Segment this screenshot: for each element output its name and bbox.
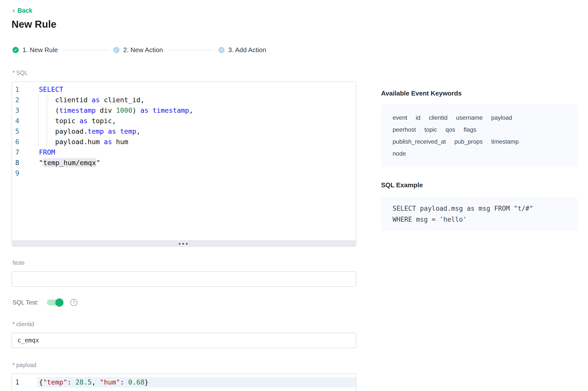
code-line[interactable]: 4 topic as topic, [12, 116, 356, 126]
line-number: 4 [12, 116, 37, 126]
drag-dots-icon: ••• [178, 243, 189, 245]
sql-editor[interactable]: 1SELECT2 clientid as client_id,3 (timest… [11, 81, 356, 241]
event-keyword: topic [424, 126, 437, 133]
event-keyword: id [416, 114, 421, 121]
event-keywords-box: eventidclientidusernamepayloadpeerhostto… [381, 104, 578, 167]
back-label: Back [17, 7, 32, 14]
sql-field-label: *SQL [12, 69, 588, 76]
code-line[interactable]: 6 payload.hum as hum [12, 137, 356, 147]
sql-test-row: SQL Test: ? [12, 298, 588, 307]
step-label: 3. Add Action [228, 46, 266, 54]
required-star: * [12, 321, 15, 327]
keyword-row: eventidclientidusernamepayload [393, 112, 578, 124]
event-keyword: payload [491, 114, 512, 121]
required-star: * [12, 70, 15, 76]
code-line[interactable]: 5 payload.temp as temp, [12, 126, 356, 137]
line-number: 6 [12, 137, 37, 147]
code-text: FROM [37, 147, 356, 158]
clientid-field-label: *clientid [12, 321, 588, 328]
event-keyword: event [393, 114, 407, 121]
payload-editor[interactable]: 1{"temp": 28.5, "hum": 0.68} [11, 374, 356, 391]
step-indicator: ✓ 1. New Rule ✓ 2. New Action ✓ 3. Add A… [12, 46, 588, 54]
editor-resize-handle[interactable]: ••• [11, 241, 356, 247]
event-keyword: node [393, 150, 406, 157]
code-line[interactable]: 1{"temp": 28.5, "hum": 0.68} [12, 377, 356, 388]
event-keyword: timestamp [491, 138, 519, 145]
keyword-row: node [393, 148, 578, 160]
note-field-label: Note [12, 259, 588, 266]
line-number: 9 [12, 168, 37, 179]
code-text: "temp_hum/emqx" [37, 158, 356, 168]
line-number: 1 [12, 377, 37, 388]
payload-field-label: *payload [12, 362, 588, 369]
check-circle-icon: ✓ [113, 47, 120, 53]
event-keyword: peerhost [393, 126, 416, 133]
toggle-knob [55, 298, 63, 306]
check-circle-icon: ✓ [12, 47, 19, 53]
note-input[interactable] [11, 271, 356, 287]
sidebar-help-panel: Available Event Keywords eventidclientid… [381, 89, 578, 231]
step-add-action[interactable]: ✓ 3. Add Action [218, 46, 266, 54]
keyword-row: publish_received_atpub_propstimestamp [393, 136, 578, 148]
line-number: 7 [12, 147, 37, 158]
chevron-left-icon: ‹ [12, 7, 15, 13]
step-new-action[interactable]: ✓ 2. New Action [113, 46, 163, 54]
code-text [37, 168, 356, 179]
code-line[interactable]: 7FROM [12, 147, 356, 158]
step-label: 1. New Rule [22, 46, 58, 54]
event-keyword: qos [445, 126, 455, 133]
keywords-panel-title: Available Event Keywords [381, 89, 578, 97]
keyword-row: peerhosttopicqosflags [393, 124, 578, 136]
code-text: payload.hum as hum [37, 137, 356, 147]
code-line[interactable]: 2 clientid as client_id, [12, 95, 356, 105]
sql-example-line: WHERE msg = 'hello' [393, 214, 571, 225]
line-number: 8 [12, 158, 37, 168]
code-text: payload.temp as temp, [37, 126, 356, 137]
sql-test-toggle[interactable] [47, 299, 63, 305]
indent-guide [38, 95, 39, 147]
required-star: * [12, 362, 15, 368]
code-text: {"temp": 28.5, "hum": 0.68} [37, 377, 356, 388]
step-connector [168, 50, 213, 50]
event-keyword: username [456, 114, 483, 121]
step-new-rule[interactable]: ✓ 1. New Rule [12, 46, 58, 54]
event-keyword: publish_received_at [393, 138, 446, 145]
event-keyword: flags [464, 126, 476, 133]
step-label: 2. New Action [123, 46, 163, 54]
sql-example-box: SELECT payload.msg as msg FROM "t/#" WHE… [381, 197, 578, 231]
line-number: 2 [12, 95, 37, 105]
code-line[interactable]: 9 [12, 168, 356, 179]
line-number: 1 [12, 84, 37, 95]
check-circle-icon: ✓ [218, 47, 225, 53]
code-text: topic as topic, [37, 116, 356, 126]
clientid-input[interactable] [11, 333, 356, 348]
code-text: clientid as client_id, [37, 95, 356, 105]
page-title: New Rule [11, 18, 588, 30]
sql-example-title: SQL Example [381, 181, 578, 189]
back-link[interactable]: ‹ Back [12, 7, 32, 14]
new-rule-page: ‹ Back New Rule ✓ 1. New Rule ✓ 2. New A… [0, 7, 588, 391]
step-connector [63, 50, 108, 50]
code-line[interactable]: 3 (timestamp div 1000) as timestamp, [12, 105, 356, 116]
code-line[interactable]: 1SELECT [12, 84, 356, 95]
code-text: (timestamp div 1000) as timestamp, [37, 105, 356, 116]
line-number: 3 [12, 105, 37, 116]
event-keyword: pub_props [454, 138, 482, 145]
event-keyword: clientid [429, 114, 447, 121]
sql-test-label: SQL Test: [12, 299, 38, 306]
indent-guide [47, 95, 47, 147]
sql-example-line: SELECT payload.msg as msg FROM "t/#" [393, 203, 571, 214]
code-line[interactable]: 8"temp_hum/emqx" [12, 158, 356, 168]
help-icon[interactable]: ? [70, 299, 77, 306]
line-number: 5 [12, 126, 37, 137]
code-text: SELECT [37, 84, 356, 95]
